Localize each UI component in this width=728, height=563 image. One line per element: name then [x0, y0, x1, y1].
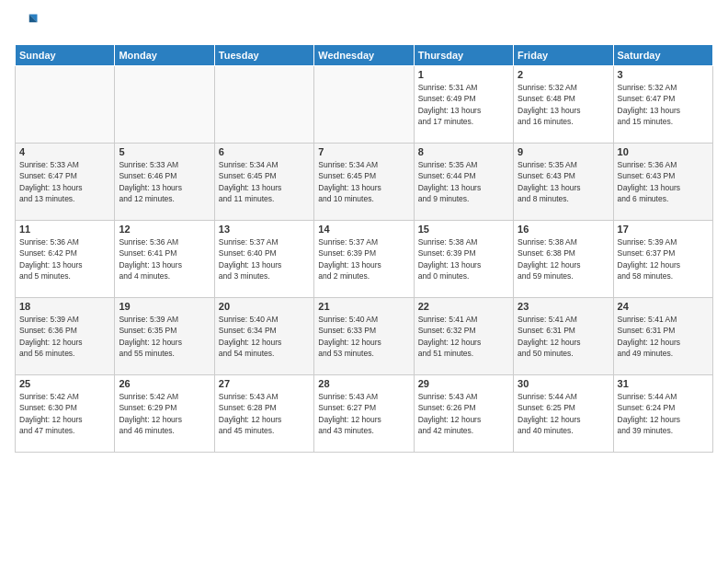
day-info: Sunrise: 5:32 AM Sunset: 6:48 PM Dayligh… [518, 82, 609, 127]
calendar-day-cell: 6Sunrise: 5:34 AM Sunset: 6:45 PM Daylig… [214, 144, 313, 221]
day-number: 7 [318, 146, 409, 157]
day-number: 19 [119, 301, 210, 312]
day-number: 13 [219, 224, 310, 235]
calendar-day-cell: 24Sunrise: 5:41 AM Sunset: 6:31 PM Dayli… [613, 298, 712, 375]
calendar-day-cell: 5Sunrise: 5:33 AM Sunset: 6:46 PM Daylig… [115, 144, 214, 221]
calendar-day-cell: 22Sunrise: 5:41 AM Sunset: 6:32 PM Dayli… [414, 298, 513, 375]
calendar-day-cell: 10Sunrise: 5:36 AM Sunset: 6:43 PM Dayli… [613, 144, 712, 221]
calendar-day-cell [115, 66, 214, 144]
day-info: Sunrise: 5:44 AM Sunset: 6:25 PM Dayligh… [518, 391, 609, 436]
day-number: 1 [418, 69, 509, 80]
day-info: Sunrise: 5:39 AM Sunset: 6:35 PM Dayligh… [119, 314, 210, 359]
calendar-day-cell: 21Sunrise: 5:40 AM Sunset: 6:33 PM Dayli… [314, 298, 414, 375]
day-info: Sunrise: 5:37 AM Sunset: 6:40 PM Dayligh… [219, 236, 310, 282]
calendar-week-row: 18Sunrise: 5:39 AM Sunset: 6:36 PM Dayli… [16, 298, 713, 375]
calendar-day-cell: 13Sunrise: 5:37 AM Sunset: 6:40 PM Dayli… [214, 221, 313, 298]
day-info: Sunrise: 5:41 AM Sunset: 6:31 PM Dayligh… [518, 314, 609, 359]
calendar-day-cell: 3Sunrise: 5:32 AM Sunset: 6:47 PM Daylig… [613, 66, 712, 144]
calendar-day-cell: 23Sunrise: 5:41 AM Sunset: 6:31 PM Dayli… [514, 298, 613, 375]
day-number: 8 [418, 146, 509, 157]
weekday-header: Thursday [414, 45, 513, 66]
day-info: Sunrise: 5:31 AM Sunset: 6:49 PM Dayligh… [418, 82, 509, 127]
day-info: Sunrise: 5:33 AM Sunset: 6:47 PM Dayligh… [19, 159, 110, 204]
day-info: Sunrise: 5:36 AM Sunset: 6:43 PM Dayligh… [618, 159, 709, 204]
calendar-header-row: SundayMondayTuesdayWednesdayThursdayFrid… [16, 45, 713, 66]
day-info: Sunrise: 5:39 AM Sunset: 6:36 PM Dayligh… [19, 314, 110, 359]
day-number: 27 [219, 378, 310, 389]
day-info: Sunrise: 5:43 AM Sunset: 6:26 PM Dayligh… [418, 391, 509, 436]
day-info: Sunrise: 5:41 AM Sunset: 6:32 PM Dayligh… [418, 314, 509, 359]
calendar-week-row: 1Sunrise: 5:31 AM Sunset: 6:49 PM Daylig… [16, 66, 713, 144]
day-info: Sunrise: 5:42 AM Sunset: 6:29 PM Dayligh… [119, 391, 210, 436]
day-number: 11 [19, 224, 110, 235]
day-number: 29 [418, 378, 509, 389]
day-number: 12 [119, 224, 210, 235]
calendar-day-cell [314, 66, 414, 144]
day-info: Sunrise: 5:36 AM Sunset: 6:41 PM Dayligh… [119, 236, 210, 282]
day-info: Sunrise: 5:34 AM Sunset: 6:45 PM Dayligh… [219, 159, 310, 204]
logo-icon [15, 11, 40, 37]
day-info: Sunrise: 5:42 AM Sunset: 6:30 PM Dayligh… [19, 391, 110, 436]
day-number: 20 [219, 301, 310, 312]
day-number: 24 [618, 301, 709, 312]
calendar-day-cell: 11Sunrise: 5:36 AM Sunset: 6:42 PM Dayli… [16, 221, 115, 298]
calendar-day-cell: 1Sunrise: 5:31 AM Sunset: 6:49 PM Daylig… [414, 66, 513, 144]
calendar-week-row: 11Sunrise: 5:36 AM Sunset: 6:42 PM Dayli… [16, 221, 713, 298]
calendar-day-cell: 20Sunrise: 5:40 AM Sunset: 6:34 PM Dayli… [214, 298, 313, 375]
day-number: 14 [318, 224, 409, 235]
day-number: 15 [418, 224, 509, 235]
calendar-day-cell: 7Sunrise: 5:34 AM Sunset: 6:45 PM Daylig… [314, 144, 414, 221]
day-info: Sunrise: 5:44 AM Sunset: 6:24 PM Dayligh… [618, 391, 709, 436]
day-number: 16 [518, 224, 609, 235]
calendar-table: SundayMondayTuesdayWednesdayThursdayFrid… [15, 44, 713, 453]
calendar-day-cell: 15Sunrise: 5:38 AM Sunset: 6:39 PM Dayli… [414, 221, 513, 298]
day-info: Sunrise: 5:38 AM Sunset: 6:39 PM Dayligh… [418, 236, 509, 282]
weekday-header: Sunday [16, 45, 115, 66]
calendar-day-cell: 25Sunrise: 5:42 AM Sunset: 6:30 PM Dayli… [16, 375, 115, 453]
day-info: Sunrise: 5:37 AM Sunset: 6:39 PM Dayligh… [318, 236, 409, 282]
weekday-header: Friday [514, 45, 613, 66]
calendar-day-cell: 31Sunrise: 5:44 AM Sunset: 6:24 PM Dayli… [613, 375, 712, 453]
calendar-day-cell: 4Sunrise: 5:33 AM Sunset: 6:47 PM Daylig… [16, 144, 115, 221]
day-info: Sunrise: 5:35 AM Sunset: 6:43 PM Dayligh… [518, 159, 609, 204]
calendar-week-row: 25Sunrise: 5:42 AM Sunset: 6:30 PM Dayli… [16, 375, 713, 453]
calendar-day-cell: 19Sunrise: 5:39 AM Sunset: 6:35 PM Dayli… [115, 298, 214, 375]
calendar-week-row: 4Sunrise: 5:33 AM Sunset: 6:47 PM Daylig… [16, 144, 713, 221]
day-number: 25 [19, 378, 110, 389]
calendar-day-cell: 27Sunrise: 5:43 AM Sunset: 6:28 PM Dayli… [214, 375, 313, 453]
day-number: 5 [119, 146, 210, 157]
day-info: Sunrise: 5:43 AM Sunset: 6:28 PM Dayligh… [219, 391, 310, 436]
calendar-day-cell: 2Sunrise: 5:32 AM Sunset: 6:48 PM Daylig… [514, 66, 613, 144]
day-info: Sunrise: 5:36 AM Sunset: 6:42 PM Dayligh… [19, 236, 110, 282]
calendar-day-cell: 12Sunrise: 5:36 AM Sunset: 6:41 PM Dayli… [115, 221, 214, 298]
calendar-day-cell: 17Sunrise: 5:39 AM Sunset: 6:37 PM Dayli… [613, 221, 712, 298]
day-number: 17 [618, 224, 709, 235]
day-number: 30 [518, 378, 609, 389]
calendar-day-cell: 30Sunrise: 5:44 AM Sunset: 6:25 PM Dayli… [514, 375, 613, 453]
calendar-day-cell: 28Sunrise: 5:43 AM Sunset: 6:27 PM Dayli… [314, 375, 414, 453]
day-info: Sunrise: 5:43 AM Sunset: 6:27 PM Dayligh… [318, 391, 409, 436]
calendar-day-cell: 29Sunrise: 5:43 AM Sunset: 6:26 PM Dayli… [414, 375, 513, 453]
page-header [15, 11, 713, 37]
weekday-header: Monday [115, 45, 214, 66]
day-number: 18 [19, 301, 110, 312]
weekday-header: Wednesday [314, 45, 414, 66]
calendar-day-cell [16, 66, 115, 144]
day-info: Sunrise: 5:34 AM Sunset: 6:45 PM Dayligh… [318, 159, 409, 204]
day-number: 28 [318, 378, 409, 389]
weekday-header: Saturday [613, 45, 712, 66]
day-number: 26 [119, 378, 210, 389]
day-info: Sunrise: 5:40 AM Sunset: 6:33 PM Dayligh… [318, 314, 409, 359]
calendar-day-cell: 14Sunrise: 5:37 AM Sunset: 6:39 PM Dayli… [314, 221, 414, 298]
day-number: 4 [19, 146, 110, 157]
calendar-day-cell: 18Sunrise: 5:39 AM Sunset: 6:36 PM Dayli… [16, 298, 115, 375]
day-info: Sunrise: 5:39 AM Sunset: 6:37 PM Dayligh… [618, 236, 709, 282]
day-number: 31 [618, 378, 709, 389]
day-number: 9 [518, 146, 609, 157]
day-number: 21 [318, 301, 409, 312]
day-number: 6 [219, 146, 310, 157]
day-number: 3 [618, 69, 709, 80]
calendar-day-cell: 16Sunrise: 5:38 AM Sunset: 6:38 PM Dayli… [514, 221, 613, 298]
logo [15, 11, 44, 37]
day-number: 2 [518, 69, 609, 80]
